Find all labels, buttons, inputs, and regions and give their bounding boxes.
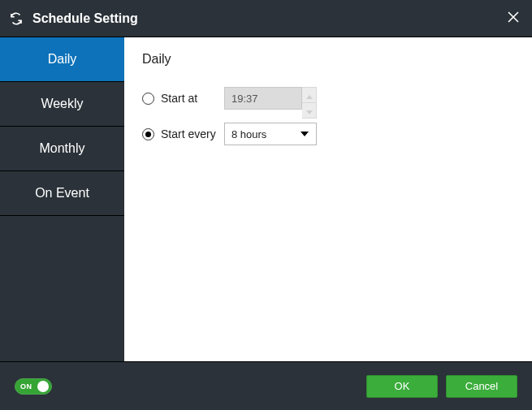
chevron-down-icon — [306, 103, 313, 118]
titlebar: Schedule Setting — [0, 0, 532, 37]
dialog-title: Schedule Setting — [32, 11, 138, 26]
content-heading: Daily — [142, 52, 514, 67]
sidebar-item-weekly[interactable]: Weekly — [0, 82, 124, 127]
sidebar-item-on-event[interactable]: On Event — [0, 171, 124, 216]
sidebar-item-monthly[interactable]: Monthly — [0, 127, 124, 171]
content-panel: Daily Start at 19:37 — [124, 37, 532, 361]
start-every-radio[interactable] — [142, 128, 154, 140]
footer: ON OK Cancel — [0, 361, 532, 410]
ok-button[interactable]: OK — [366, 375, 438, 398]
start-every-row: Start every 8 hours — [142, 122, 514, 146]
sync-icon — [0, 11, 32, 26]
start-every-value: 8 hours — [231, 128, 266, 140]
time-spinner — [302, 87, 317, 110]
sidebar-item-label: Weekly — [41, 97, 83, 111]
close-button[interactable] — [495, 0, 532, 37]
time-spin-up[interactable] — [302, 87, 317, 102]
sidebar: Daily Weekly Monthly On Event — [0, 37, 124, 361]
schedule-setting-dialog: Schedule Setting Daily Weekly Monthly On… — [0, 0, 532, 410]
cancel-button[interactable]: Cancel — [446, 375, 517, 398]
sidebar-item-label: On Event — [35, 186, 89, 201]
start-at-radio[interactable] — [142, 93, 154, 105]
start-at-label: Start at — [161, 92, 224, 105]
button-label: Cancel — [465, 380, 498, 392]
chevron-down-icon — [300, 132, 309, 136]
button-label: OK — [395, 380, 410, 392]
sidebar-item-label: Monthly — [39, 141, 84, 156]
start-every-select[interactable]: 8 hours — [224, 123, 317, 145]
close-icon — [507, 11, 520, 27]
sidebar-item-daily[interactable]: Daily — [0, 37, 124, 82]
sidebar-item-label: Daily — [48, 52, 77, 67]
start-at-row: Start at 19:37 — [142, 86, 514, 110]
toggle-knob — [37, 381, 49, 392]
start-at-time-field[interactable]: 19:37 — [224, 87, 317, 110]
chevron-up-icon — [306, 88, 313, 102]
start-every-label: Start every — [161, 127, 224, 140]
start-at-time-value: 19:37 — [224, 87, 302, 110]
enable-toggle[interactable]: ON — [15, 378, 52, 395]
time-spin-down[interactable] — [302, 102, 317, 119]
toggle-label: ON — [20, 382, 32, 391]
